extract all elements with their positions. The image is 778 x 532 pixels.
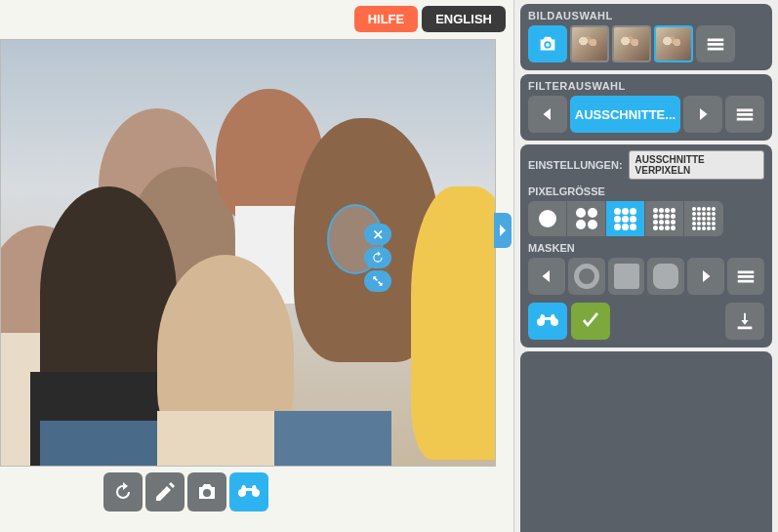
language-button[interactable]: ENGLISH (422, 6, 506, 32)
camera-icon (195, 480, 219, 504)
pixel-size-3[interactable] (606, 201, 645, 236)
arrow-left-icon (538, 267, 555, 285)
help-button[interactable]: HILFE (354, 6, 419, 32)
image-thumb-1[interactable] (570, 25, 609, 62)
rotate-button[interactable] (103, 472, 143, 512)
edit-button[interactable] (145, 472, 184, 512)
settings-badge: AUSSCHNITTE VERPIXELN (629, 150, 764, 180)
rotate-icon (111, 480, 135, 504)
circle-icon (574, 264, 599, 289)
filter-prev-button[interactable] (528, 96, 567, 133)
pixel-size-1[interactable] (528, 201, 567, 236)
menu-icon (735, 266, 757, 287)
sidebar: BILDAUSWAHL FILTERAUSWAHL AUSSCHNITTE... (513, 0, 778, 532)
arrow-left-icon (539, 105, 556, 123)
menu-icon (705, 33, 726, 55)
upload-image-button[interactable] (528, 25, 567, 62)
filter-name-button[interactable]: AUSSCHNITTE... (570, 96, 680, 133)
rotate-icon (371, 251, 385, 265)
filter-selection-title: FILTERAUSWAHL (528, 80, 764, 92)
masks-label: MASKEN (528, 242, 764, 254)
filter-menu-button[interactable] (725, 96, 764, 133)
bottom-panel (520, 351, 772, 532)
close-icon (371, 227, 385, 241)
mask-square-button[interactable] (608, 258, 645, 295)
binoculars-icon (536, 309, 559, 333)
expand-sidebar-handle[interactable] (494, 213, 512, 248)
mask-prev-button[interactable] (528, 258, 565, 295)
square-icon (614, 264, 639, 289)
mask-circle-button[interactable] (568, 258, 605, 295)
selection-resize-button[interactable] (364, 270, 391, 292)
settings-title: EINSTELLUNGEN: (528, 159, 623, 171)
selection-rotate-button[interactable] (364, 247, 391, 268)
download-button[interactable] (725, 303, 764, 340)
mask-rounded-button[interactable] (647, 258, 684, 295)
pixel-size-4[interactable] (645, 201, 684, 236)
pixel-size-label: PIXELGRÖSSE (528, 185, 764, 197)
resize-icon (371, 274, 385, 288)
image-menu-button[interactable] (696, 25, 735, 62)
camera-button[interactable] (187, 472, 226, 512)
settings-panel: EINSTELLUNGEN: AUSSCHNITTE VERPIXELN PIX… (520, 144, 772, 348)
image-selection-title: BILDAUSWAHL (528, 10, 764, 21)
mask-menu-button[interactable] (727, 258, 764, 295)
pixel-size-2[interactable] (567, 201, 606, 236)
image-thumb-3[interactable] (654, 25, 693, 62)
image-thumb-2[interactable] (612, 25, 651, 62)
menu-icon (734, 103, 756, 125)
mask-next-button[interactable] (687, 258, 724, 295)
arrow-right-icon (694, 105, 712, 123)
pixel-size-5[interactable] (684, 201, 723, 236)
image-selection-panel: BILDAUSWAHL (520, 4, 772, 70)
rounded-square-icon (653, 264, 678, 289)
chevron-right-icon (498, 224, 508, 237)
selection-close-button[interactable] (364, 224, 391, 245)
filter-selection-panel: FILTERAUSWAHL AUSSCHNITTE... (520, 74, 772, 141)
apply-button[interactable] (571, 303, 610, 340)
photo-canvas[interactable] (0, 39, 496, 467)
preview-button[interactable] (229, 472, 268, 512)
filter-next-button[interactable] (683, 96, 722, 133)
check-icon (579, 309, 602, 333)
preview-action-button[interactable] (528, 303, 567, 340)
camera-icon (537, 33, 558, 55)
pencil-icon (153, 480, 177, 504)
binoculars-icon (237, 480, 261, 504)
arrow-right-icon (697, 267, 715, 285)
download-icon (734, 310, 756, 332)
